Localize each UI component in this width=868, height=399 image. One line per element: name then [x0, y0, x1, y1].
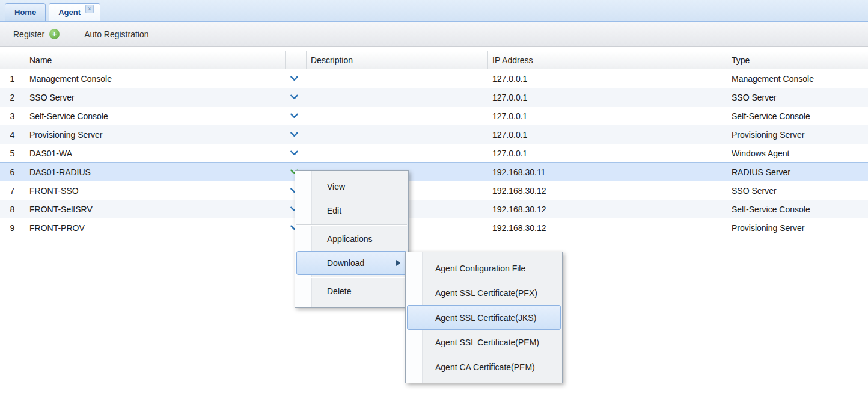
cell-ip-address: 192.168.30.12 — [488, 218, 727, 237]
cell-ip-address: 192.168.30.12 — [488, 181, 727, 200]
cell-type: RADIUS Server — [727, 163, 868, 181]
cell-ip-address: 127.0.0.1 — [488, 107, 727, 125]
header-row-number — [0, 51, 25, 69]
row-number: 3 — [0, 107, 25, 125]
menu-item-agent-ssl-certificate-pfx[interactable]: Agent SSL Certificate(PFX) — [407, 280, 561, 305]
chevron-down-icon — [290, 113, 298, 119]
header-ip-address[interactable]: IP Address — [488, 51, 727, 69]
cell-ip-address: 127.0.0.1 — [488, 144, 727, 162]
table-row[interactable]: 3 Self-Service Console 127.0.0.1 Self-Se… — [0, 107, 868, 125]
cell-description — [307, 88, 488, 107]
cell-name: Self-Service Console — [25, 107, 286, 125]
cell-description — [307, 69, 488, 88]
row-number: 8 — [0, 200, 25, 218]
row-actions-dropdown[interactable] — [286, 144, 307, 162]
cell-name: FRONT-PROV — [25, 218, 286, 237]
menu-item-agent-ssl-certificate-jks[interactable]: Agent SSL Certificate(JKS) — [407, 305, 561, 330]
row-number: 4 — [0, 125, 25, 144]
download-submenu: Agent Configuration FileAgent SSL Certif… — [405, 252, 563, 383]
cell-description — [307, 125, 488, 144]
row-number: 2 — [0, 88, 25, 107]
toolbar: Register + Auto Registration — [0, 22, 868, 47]
cell-description — [307, 107, 488, 125]
table-header: Name Description IP Address Type — [0, 51, 868, 69]
tab-bar: Home Agent ✕ — [0, 0, 868, 22]
tab-agent[interactable]: Agent ✕ — [49, 3, 100, 21]
menu-item-applications[interactable]: Applications — [296, 227, 407, 251]
menu-item-label: Agent Configuration File — [435, 264, 525, 273]
table-row[interactable]: 1 Management Console 127.0.0.1 Managemen… — [0, 69, 868, 88]
menu-item-view[interactable]: View — [296, 175, 407, 199]
cell-name: DAS01-WA — [25, 144, 286, 162]
menu-item-label: Edit — [327, 206, 341, 215]
table-row[interactable]: 6 DAS01-RADIUS 192.168.30.11 RADIUS Serv… — [0, 162, 868, 181]
context-menu: ViewEditApplicationsDownloadDelete — [295, 170, 409, 308]
cell-type: Provisioning Server — [727, 125, 868, 144]
chevron-down-icon — [290, 132, 298, 137]
row-actions-dropdown[interactable] — [286, 107, 307, 125]
header-name[interactable]: Name — [25, 51, 286, 69]
menu-separator — [296, 224, 407, 225]
menu-item-agent-ca-certificate-pem[interactable]: Agent CA Certificate(PEM) — [407, 354, 561, 379]
cell-type: Management Console — [727, 69, 868, 88]
menu-item-agent-configuration-file[interactable]: Agent Configuration File — [407, 256, 561, 280]
table-row[interactable]: 2 SSO Server 127.0.0.1 SSO Server — [0, 88, 868, 107]
cell-name: Provisioning Server — [25, 125, 286, 144]
menu-item-label: Applications — [327, 234, 373, 244]
cell-type: SSO Server — [727, 181, 868, 200]
table-row[interactable]: 4 Provisioning Server 127.0.0.1 Provisio… — [0, 125, 868, 144]
agents-table: Name Description IP Address Type 1 Manag… — [0, 51, 868, 237]
row-number: 5 — [0, 144, 25, 162]
menu-item-label: Delete — [327, 286, 351, 296]
row-actions-dropdown[interactable] — [286, 88, 307, 107]
table-row[interactable]: 5 DAS01-WA 127.0.0.1 Windows Agent — [0, 144, 868, 162]
menu-item-label: Agent SSL Certificate(PEM) — [435, 338, 539, 347]
header-actions — [286, 51, 307, 69]
cell-name: FRONT-SelfSRV — [25, 200, 286, 218]
cell-ip-address: 192.168.30.12 — [488, 200, 727, 218]
menu-item-label: Agent SSL Certificate(PFX) — [435, 288, 537, 298]
row-number: 9 — [0, 218, 25, 237]
auto-registration-button[interactable]: Auto Registration — [79, 26, 153, 43]
cell-type: Provisioning Server — [727, 218, 868, 237]
close-icon[interactable]: ✕ — [85, 5, 94, 13]
cell-name: Management Console — [25, 69, 286, 88]
cell-type: SSO Server — [727, 88, 868, 107]
cell-name: FRONT-SSO — [25, 181, 286, 200]
row-number: 1 — [0, 69, 25, 88]
menu-item-agent-ssl-certificate-pem[interactable]: Agent SSL Certificate(PEM) — [407, 330, 561, 354]
row-number: 6 — [0, 163, 25, 181]
table-row[interactable]: 9 FRONT-PROV 192.168.30.12 Provisioning … — [0, 218, 868, 237]
cell-ip-address: 127.0.0.1 — [488, 88, 727, 107]
menu-item-label: Download — [327, 258, 364, 268]
row-actions-dropdown[interactable] — [286, 125, 307, 144]
tab-home[interactable]: Home — [5, 3, 46, 21]
menu-item-label: Agent CA Certificate(PEM) — [435, 362, 535, 372]
menu-item-label: Agent SSL Certificate(JKS) — [435, 313, 536, 323]
plus-icon: + — [49, 29, 60, 39]
chevron-down-icon — [290, 150, 298, 156]
table-row[interactable]: 7 FRONT-SSO 192.168.30.12 SSO Server — [0, 181, 868, 200]
menu-item-delete[interactable]: Delete — [296, 279, 407, 303]
chevron-down-icon — [290, 76, 298, 81]
table-body: 1 Management Console 127.0.0.1 Managemen… — [0, 69, 868, 237]
header-description[interactable]: Description — [307, 51, 488, 69]
toolbar-separator — [72, 27, 72, 42]
cell-ip-address: 127.0.0.1 — [488, 125, 727, 144]
chevron-down-icon — [290, 94, 298, 100]
row-actions-dropdown[interactable] — [286, 69, 307, 88]
menu-item-edit[interactable]: Edit — [296, 199, 407, 223]
cell-type: Self-Service Console — [727, 200, 868, 218]
menu-item-download[interactable]: Download — [296, 251, 407, 275]
menu-item-label: View — [327, 182, 345, 191]
cell-type: Windows Agent — [727, 144, 868, 162]
register-button-label: Register — [13, 29, 44, 39]
register-button[interactable]: Register + — [8, 25, 64, 43]
header-type[interactable]: Type — [727, 51, 868, 69]
cell-description — [307, 144, 488, 162]
tab-home-label: Home — [14, 8, 36, 17]
cell-ip-address: 192.168.30.11 — [488, 163, 727, 181]
table-row[interactable]: 8 FRONT-SelfSRV 192.168.30.12 Self-Servi… — [0, 200, 868, 218]
cell-name: DAS01-RADIUS — [25, 163, 286, 181]
cell-ip-address: 127.0.0.1 — [488, 69, 727, 88]
